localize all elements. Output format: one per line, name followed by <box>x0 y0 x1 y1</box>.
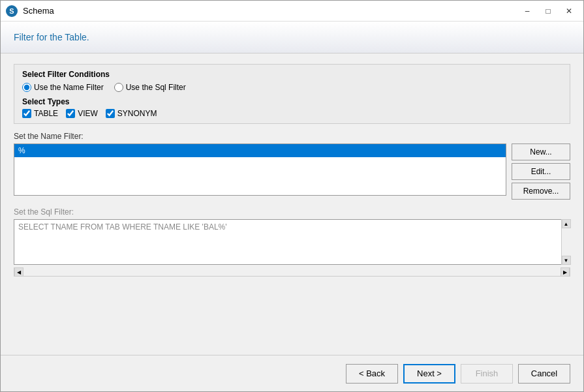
remove-button[interactable]: Remove... <box>512 183 570 200</box>
minimize-button[interactable]: – <box>518 4 536 18</box>
radio-row: Use the Name Filter Use the Sql Filter <box>22 83 562 92</box>
sql-filter-label: Set the Sql Filter: <box>14 207 570 217</box>
checkbox-view-text: VIEW <box>78 109 98 118</box>
new-button[interactable]: New... <box>512 143 570 160</box>
main-window: S Schema – □ ✕ Filter for the Table. Sel… <box>0 0 584 392</box>
checkbox-synonym-text: SYNONYM <box>117 109 157 118</box>
checkbox-view[interactable] <box>66 109 75 118</box>
sql-filter-content: SELECT TNAME FROM TAB WHERE TNAME LIKE '… <box>18 222 558 232</box>
radio-sql-filter-label[interactable]: Use the Sql Filter <box>114 83 186 92</box>
main-area: Select Filter Conditions Use the Name Fi… <box>1 53 583 355</box>
footer: < Back Next > Finish Cancel <box>1 355 583 391</box>
sql-filter-wrapper: SELECT TNAME FROM TAB WHERE TNAME LIKE '… <box>14 219 570 265</box>
filter-conditions-title: Select Filter Conditions <box>22 70 562 79</box>
types-title: Select Types <box>22 97 562 106</box>
window-title: Schema <box>23 6 518 16</box>
types-row: TABLE VIEW SYNONYM <box>22 109 562 118</box>
filter-conditions-section: Select Filter Conditions Use the Name Fi… <box>14 64 570 124</box>
scroll-left-arrow[interactable]: ◀ <box>14 267 23 277</box>
list-item[interactable]: % <box>14 144 506 157</box>
checkbox-synonym[interactable] <box>106 109 115 118</box>
name-filter-list[interactable]: % <box>14 143 506 196</box>
cancel-button[interactable]: Cancel <box>518 364 570 384</box>
back-button[interactable]: < Back <box>346 364 398 384</box>
scroll-right-arrow[interactable]: ▶ <box>561 267 570 277</box>
name-filter-section: Set the Name Filter: % New... Edit... Re… <box>14 132 570 200</box>
close-button[interactable]: ✕ <box>560 4 578 18</box>
finish-button[interactable]: Finish <box>461 364 513 384</box>
window-controls: – □ ✕ <box>518 4 578 18</box>
scroll-down-arrow[interactable]: ▼ <box>562 256 571 265</box>
title-bar: S Schema – □ ✕ <box>1 1 583 22</box>
radio-sql-filter[interactable] <box>114 83 123 92</box>
checkbox-synonym-label[interactable]: SYNONYM <box>106 109 157 118</box>
maximize-button[interactable]: □ <box>539 4 557 18</box>
sql-filter-section: Set the Sql Filter: SELECT TNAME FROM TA… <box>14 207 570 277</box>
app-icon: S <box>6 5 18 17</box>
top-banner: Filter for the Table. <box>1 22 583 53</box>
radio-name-filter[interactable] <box>22 83 31 92</box>
vertical-scrollbar[interactable]: ▲ ▼ <box>561 219 570 265</box>
radio-name-filter-text: Use the Name Filter <box>34 83 104 92</box>
checkbox-view-label[interactable]: VIEW <box>66 109 98 118</box>
next-button[interactable]: Next > <box>403 364 455 384</box>
radio-name-filter-label[interactable]: Use the Name Filter <box>22 83 104 92</box>
radio-sql-filter-text: Use the Sql Filter <box>126 83 186 92</box>
scroll-track-horizontal <box>23 267 561 276</box>
scroll-up-arrow[interactable]: ▲ <box>562 219 571 228</box>
banner-title: Filter for the Table. <box>14 32 89 42</box>
horizontal-scrollbar[interactable]: ◀ ▶ <box>14 267 570 277</box>
sql-filter-box: SELECT TNAME FROM TAB WHERE TNAME LIKE '… <box>14 219 570 265</box>
window-content: Filter for the Table. Select Filter Cond… <box>1 22 583 391</box>
name-filter-label: Set the Name Filter: <box>14 132 570 141</box>
side-buttons: New... Edit... Remove... <box>512 143 570 200</box>
checkbox-table-text: TABLE <box>34 109 58 118</box>
checkbox-table-label[interactable]: TABLE <box>22 109 58 118</box>
edit-button[interactable]: Edit... <box>512 163 570 180</box>
checkbox-table[interactable] <box>22 109 31 118</box>
name-filter-content: % New... Edit... Remove... <box>14 143 570 200</box>
